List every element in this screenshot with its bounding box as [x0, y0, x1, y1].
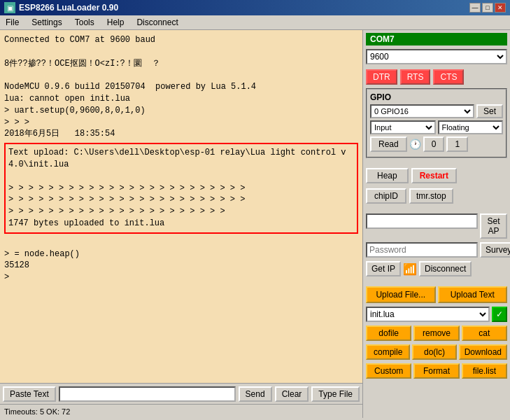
left-panel: Connected to COM7 at 9600 baud 8件??掺??！O… [0, 30, 363, 418]
status-text: Timeouts: 5 OK: 72 [4, 407, 70, 416]
file-check-button[interactable]: ✓ [492, 307, 507, 322]
gpio-read-button[interactable]: Read [370, 136, 407, 152]
menu-bar: File Settings Tools Help Disconnect [0, 15, 510, 30]
menu-tools[interactable]: Tools [72, 17, 97, 28]
gpio-pin-select[interactable]: 0 GPIO16 [370, 104, 474, 118]
chipid-tmr-row: chipID tmr.stop [366, 188, 507, 204]
dofile-button[interactable]: dofile [366, 326, 411, 341]
survey-button[interactable]: Survey [480, 242, 510, 258]
remove-button[interactable]: remove [413, 326, 459, 341]
custom-button[interactable]: Custom [366, 363, 411, 379]
menu-help[interactable]: Help [104, 17, 127, 28]
send-input[interactable] [59, 386, 236, 402]
baud-rate-select[interactable]: 9600 [366, 49, 507, 64]
setap-button[interactable]: Set AP [480, 214, 507, 239]
heap-restart-row: Heap Restart [366, 168, 507, 183]
console-upload-text: Text upload: C:\Users\dell\Desktop\esp-0… [8, 147, 354, 230]
upload-file-button[interactable]: Upload File... [366, 286, 436, 303]
heap-button[interactable]: Heap [366, 168, 409, 183]
gpio-pin-row: 0 GPIO16 Set [370, 104, 503, 118]
console-text-before: Connected to COM7 at 9600 baud 8件??掺??！O… [4, 34, 358, 140]
ap-input[interactable] [366, 214, 478, 229]
wifi-icon: 📶 [403, 262, 417, 276]
com-header: COM7 [366, 33, 507, 46]
getip-button[interactable]: Get IP [366, 261, 401, 276]
gpio-mode2-select[interactable]: Floating [438, 120, 504, 134]
gpio-bit1-button[interactable]: 1 [446, 136, 468, 152]
type-file-button[interactable]: Type File [311, 386, 360, 402]
upload-highlight-box: Text upload: C:\Users\dell\Desktop\esp-0… [4, 143, 358, 234]
dofile-row: dofile remove cat [366, 326, 507, 341]
menu-settings[interactable]: Settings [29, 17, 64, 28]
compile-button[interactable]: compile [366, 344, 410, 360]
minimize-button[interactable]: — [469, 3, 481, 13]
tmrstop-button[interactable]: tmr.stop [409, 188, 453, 204]
upload-row: Upload File... Upload Text [366, 286, 507, 303]
baud-row: 9600 [366, 49, 507, 64]
menu-disconnect[interactable]: Disconnect [134, 17, 180, 28]
disconnect-button[interactable]: Disconnect [419, 261, 472, 276]
gpio-label: GPIO [370, 92, 503, 102]
filelist-button[interactable]: file.list [462, 363, 507, 379]
restart-button[interactable]: Restart [411, 168, 457, 183]
ap-row: Set AP [366, 214, 507, 239]
console-area[interactable]: Connected to COM7 at 9600 baud 8件??掺??！O… [0, 30, 362, 383]
main-container: Connected to COM7 at 9600 baud 8件??掺??！O… [0, 30, 510, 418]
clear-button[interactable]: Clear [275, 386, 309, 402]
cat-button[interactable]: cat [462, 326, 507, 341]
title-bar: ▣ ESP8266 LuaLoader 0.90 — □ ✕ [0, 0, 510, 15]
dtr-button[interactable]: DTR [366, 69, 397, 85]
menu-file[interactable]: File [3, 17, 22, 28]
gpio-bit0-button[interactable]: 0 [423, 136, 445, 152]
password-input[interactable] [366, 242, 478, 258]
clock-icon: 🕐 [409, 139, 421, 150]
window-title: ESP8266 LuaLoader 0.90 [19, 3, 118, 13]
cts-button[interactable]: CTS [433, 69, 464, 85]
chipid-button[interactable]: chipID [366, 188, 406, 204]
right-panel: COM7 9600 DTR RTS CTS GPIO 0 GPIO16 Set [363, 30, 510, 418]
gpio-mode-row: Input Floating [370, 120, 503, 134]
gpio-read-row: Read 🕐 0 1 [370, 136, 503, 152]
close-button[interactable]: ✕ [495, 3, 506, 13]
upload-text-button[interactable]: Upload Text [438, 286, 508, 303]
window-controls: — □ ✕ [469, 3, 506, 13]
file-row: init.lua ✓ [366, 307, 507, 322]
gpio-mode-select[interactable]: Input [370, 120, 436, 134]
password-row: Survey [366, 242, 507, 258]
maximize-button[interactable]: □ [482, 3, 493, 13]
compile-row: compile do(lc) Download [366, 344, 507, 360]
dolc-button[interactable]: do(lc) [412, 344, 456, 360]
gpio-section: GPIO 0 GPIO16 Set Input Floating Read 🕐 … [366, 88, 507, 158]
file-select[interactable]: init.lua [366, 307, 490, 322]
custom-row: Custom Format file.list [366, 363, 507, 379]
gpio-set-button[interactable]: Set [476, 104, 503, 118]
rts-button[interactable]: RTS [400, 69, 431, 85]
app-icon: ▣ [4, 2, 15, 13]
bottom-bar: Paste Text Send Clear Type File [0, 383, 362, 404]
wifi-row: Get IP 📶 Disconnect [366, 261, 507, 276]
format-button[interactable]: Format [413, 363, 459, 379]
status-bar: Timeouts: 5 OK: 72 [0, 404, 362, 418]
console-text-after: > = node.heap() 35128 > [4, 237, 358, 284]
signal-row: DTR RTS CTS [366, 69, 507, 85]
paste-text-button[interactable]: Paste Text [3, 386, 56, 402]
download-button[interactable]: Download [459, 344, 507, 360]
send-button[interactable]: Send [239, 386, 272, 402]
